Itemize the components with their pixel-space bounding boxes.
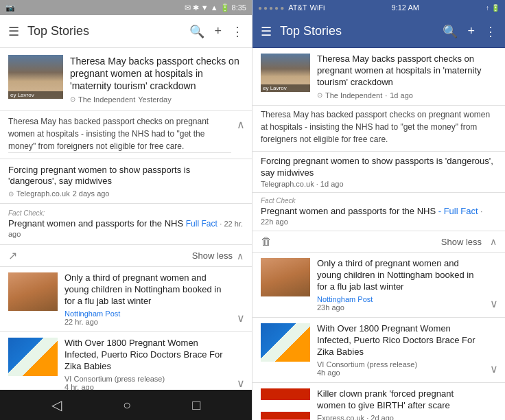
trash-icon-right[interactable]: 🗑	[261, 235, 272, 248]
thumb-1-title-left: Only a third of pregnant women and young…	[64, 272, 244, 307]
sub-article-1-source-left: ⊙ Telegraph.co.uk 2 days ago	[8, 189, 244, 198]
thumb-3-title-right: Killer clown prank 'forced pregnant wome…	[317, 388, 497, 412]
status-icon-camera: 📷	[5, 3, 15, 12]
fact-source-right[interactable]: Full Fact	[444, 206, 478, 216]
source-icon-left: ⊙	[70, 95, 75, 103]
thumb-img-2-right	[261, 323, 310, 362]
fact-check-content-right: Pregnant women and passports for the NHS…	[261, 206, 497, 226]
thumb-img-1-left	[8, 272, 58, 311]
back-button-left[interactable]: ◁	[51, 397, 62, 413]
thumb-1-time-left: 22 hr. ago	[64, 318, 244, 326]
show-less-bar-left: ↗ Show less ∧	[0, 245, 252, 267]
sub-article-1-right[interactable]: Forcing pregnant women to show passports…	[252, 152, 505, 194]
status-signal-icon: ▼	[201, 3, 209, 12]
thumb-2-time-left: 4 hr. ago	[64, 383, 244, 390]
article-desc-left: Theresa May has backed passport checks o…	[8, 115, 231, 153]
time-right: 9:12 AM	[392, 3, 419, 12]
thumb-1-content-left: Only a third of pregnant women and young…	[64, 272, 244, 326]
source-icon-right: ⊙	[317, 91, 322, 99]
clown-fill	[261, 388, 310, 420]
thumb-2-title-left: With Over 1800 Pregnant Women Infected, …	[64, 338, 244, 373]
fact-check-title-left: Pregnant women and passports for the NHS…	[8, 218, 244, 239]
source-time-left: Yesterday	[138, 95, 172, 104]
top-bar-right: ☰ Top Stories 🔍 + ⋮	[252, 15, 505, 48]
sub-1-time-right: 1d ago	[320, 180, 344, 188]
top-bar-left: ☰ Top Stories 🔍 + ⋮	[0, 15, 252, 48]
sub-article-1-title-left: Forcing pregnant women to show passports…	[8, 165, 244, 188]
more-icon-left[interactable]: ⋮	[231, 24, 244, 39]
img-label-right: ey Lavrov	[261, 84, 310, 92]
page-title-left: Top Stories	[27, 24, 181, 38]
status-wifi-icon: ▲	[211, 3, 218, 12]
show-less-text-left[interactable]: Show less	[192, 250, 233, 261]
signal-dots-right: ●●●●●	[258, 4, 285, 12]
source-time-right: ·	[385, 91, 387, 100]
search-icon-left[interactable]: 🔍	[189, 24, 204, 39]
sub-1-time-left: 2 days ago	[73, 189, 110, 198]
description-container-left: Theresa May has backed passport checks o…	[0, 111, 252, 159]
main-article-left[interactable]: ey Lavrov Theresa May backs passport che…	[0, 48, 252, 111]
signal-arrow-right: ↑	[486, 4, 489, 12]
thumb-img-2-left	[8, 338, 58, 376]
status-icons-right-group: ↑ 🔋	[486, 4, 500, 12]
main-article-content-left: Theresa May backs passport checks on pre…	[70, 55, 244, 104]
recent-button-left[interactable]: □	[192, 397, 200, 413]
thumb-article-2-right[interactable]: With Over 1800 Pregnant Women Infected, …	[252, 318, 505, 383]
sub-article-1-left[interactable]: Forcing pregnant women to show passports…	[0, 159, 252, 205]
thumb-2-source-left: VI Consortium (press release)	[64, 375, 244, 383]
menu-icon-right[interactable]: ☰	[261, 24, 272, 39]
add-icon-right[interactable]: +	[467, 24, 475, 39]
main-article-source-right: ⊙ The Independent · 1d ago	[317, 91, 497, 100]
full-fact-link-left[interactable]: Full Fact	[186, 219, 218, 229]
expand-icon-2-right[interactable]: ∨	[490, 362, 498, 375]
status-bar-right: ●●●●● AT&T WiFi 9:12 AM ↑ 🔋	[252, 0, 505, 15]
thumb-1-source-right: Nottingham Post	[317, 295, 497, 303]
thumb-2-time-right: 4h ago	[317, 369, 497, 377]
thumb-2-title-right: With Over 1800 Pregnant Women Infected, …	[317, 323, 497, 358]
show-less-text-right[interactable]: Show less	[441, 237, 482, 247]
fact-time-right: 22h ago	[261, 218, 288, 226]
main-article-right[interactable]: ey Lavrov Theresa May backs passport che…	[252, 48, 505, 106]
thumb-3-content-right: Killer clown prank 'forced pregnant wome…	[317, 388, 497, 420]
sub-1-source-name-left: Telegraph.co.uk	[16, 189, 70, 198]
add-icon-left[interactable]: +	[214, 24, 222, 39]
search-icon-right[interactable]: 🔍	[443, 24, 458, 39]
sub-1-source-icon-left: ⊙	[8, 190, 14, 198]
home-button-left[interactable]: ○	[123, 397, 131, 413]
thumb-img-1-right	[261, 258, 310, 296]
carrier-name-right: AT&T	[288, 3, 307, 12]
thumb-1-source-left: Nottingham Post	[64, 310, 244, 318]
expand-icon-1-right[interactable]: ∨	[490, 297, 498, 310]
show-less-chevron-right[interactable]: ∧	[490, 236, 497, 247]
status-battery-icon: 🔋	[220, 3, 230, 12]
more-icon-right[interactable]: ⋮	[484, 24, 497, 39]
fact-check-label-left: Fact Check:	[8, 209, 244, 217]
share-icon-left[interactable]: ↗	[8, 249, 17, 262]
thumb-article-2-left[interactable]: With Over 1800 Pregnant Women Infected, …	[0, 332, 252, 390]
img-label-left: ey Lavrov	[8, 91, 63, 99]
menu-icon-left[interactable]: ☰	[8, 24, 19, 39]
show-less-chevron-left[interactable]: ∧	[237, 250, 244, 261]
main-article-img-left: ey Lavrov	[8, 55, 63, 99]
source-name-right: The Independent	[325, 91, 382, 100]
thumb-article-1-left[interactable]: Only a third of pregnant women and young…	[0, 267, 252, 332]
fact-check-left[interactable]: Fact Check: Pregnant women and passports…	[0, 204, 252, 245]
expand-icon-2-left[interactable]: ∨	[237, 377, 245, 390]
thumb-1-time-right: 23h ago	[317, 303, 497, 312]
fact-check-right[interactable]: Fact Check Pregnant women and passports …	[252, 193, 505, 231]
page-title-right: Top Stories	[280, 24, 434, 38]
top-bar-icons-right: 🔍 + ⋮	[443, 24, 497, 39]
full-fact-link-right: -	[438, 206, 444, 216]
description-right: Theresa May has backed passport checks o…	[252, 106, 505, 152]
expand-icon-1-left[interactable]: ∨	[237, 312, 245, 325]
thumb-1-content-right: Only a third of pregnant women and young…	[317, 258, 497, 312]
content-left: ey Lavrov Theresa May backs passport che…	[0, 48, 252, 390]
thumb-article-1-right[interactable]: Only a third of pregnant women and young…	[252, 253, 505, 318]
status-msg-icon: ✉	[185, 3, 191, 12]
thumb-article-3-right[interactable]: Killer clown prank 'forced pregnant wome…	[252, 383, 505, 420]
bottom-nav-left: ◁ ○ □	[0, 390, 252, 420]
status-icons-right: ✉ ✱ ▼ ▲ 🔋 8:35	[185, 3, 246, 12]
main-article-title-right: Theresa May backs passport checks on pre…	[317, 54, 497, 89]
needle-image-fill	[8, 272, 58, 311]
collapse-icon-left[interactable]: ∧	[237, 118, 245, 131]
